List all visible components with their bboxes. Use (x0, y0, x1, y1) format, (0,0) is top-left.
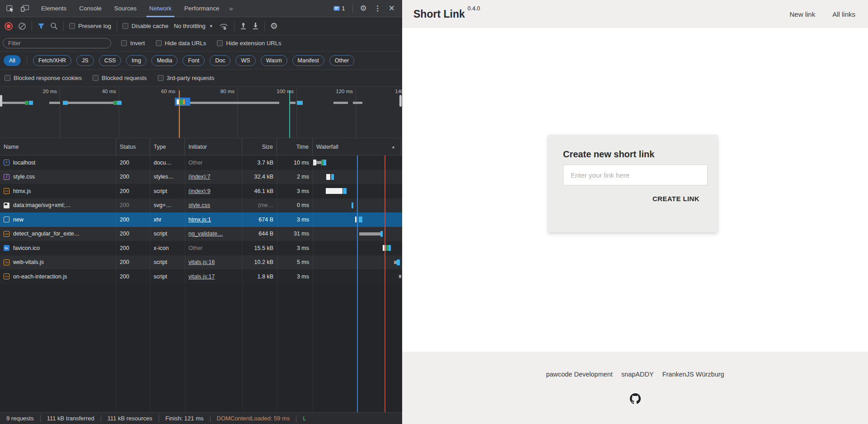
tab-console[interactable]: Console (73, 0, 108, 17)
waterfall-bar (359, 232, 380, 236)
request-row-favicon-ico[interactable]: SLfavicon.ico200x-iconOther15.5 kB3 ms (0, 241, 402, 255)
status-bar-item: 111 kB resources (101, 415, 159, 422)
cell-initiator: Other (185, 155, 242, 170)
clear-network-log-icon[interactable] (18, 22, 26, 30)
footer-link-pawcode-development[interactable]: pawcode Development (546, 371, 613, 378)
type-chip-media[interactable]: Media (151, 55, 178, 66)
footer-link-frankenjs-w-rzburg[interactable]: FrankenJS Würzburg (662, 371, 724, 378)
column-header-type[interactable]: Type (150, 138, 185, 155)
request-row-on-each-interaction-js[interactable]: <>on-each-interaction.js200scriptvitals.… (0, 269, 402, 284)
create-link-button[interactable]: CREATE LINK (652, 195, 699, 203)
type-chip-all[interactable]: All (4, 55, 21, 66)
timeline-tick-label: 120 ms (319, 89, 353, 94)
column-header-initiator[interactable]: Initiator (185, 138, 242, 155)
close-devtools-icon[interactable]: ✕ (389, 5, 395, 12)
checkbox[interactable] (121, 40, 127, 46)
request-row-localhost[interactable]: ≡localhost200docu…Other3.7 kB10 ms (0, 155, 402, 170)
network-conditions-icon[interactable] (219, 22, 229, 30)
link-url-input[interactable] (563, 165, 708, 185)
cell-status: 200 (116, 155, 150, 170)
tab-network[interactable]: Network (143, 0, 178, 17)
app-nav: New linkAll links (789, 10, 855, 18)
throttling-dropdown[interactable]: No throttling ▼ (174, 23, 213, 29)
timeline-tick-label: 140 ms (378, 89, 402, 94)
preserve-log-checkbox[interactable] (69, 23, 75, 29)
request-row-web-vitals-js[interactable]: <>web-vitals.js200scriptvitals.js:1610.2… (0, 255, 402, 270)
type-chip-wasm[interactable]: Wasm (261, 55, 287, 66)
issues-counter[interactable]: 1 (333, 5, 345, 12)
search-icon[interactable] (50, 22, 58, 30)
cell-time: 0 ms (277, 198, 313, 213)
type-chip-img[interactable]: Img (126, 55, 146, 66)
column-header-name[interactable]: Name (0, 138, 116, 155)
more-tabs-chevron-icon[interactable]: » (225, 5, 236, 12)
export-har-icon[interactable] (252, 22, 259, 30)
kebab-menu-icon[interactable]: ⋮ (374, 5, 381, 12)
request-row-new[interactable]: new200xhrhtmx.js:1674 B3 ms (0, 212, 402, 227)
initiator-link[interactable]: vitals.js:17 (188, 273, 215, 280)
tab-elements[interactable]: Elements (35, 0, 73, 17)
request-row-data-image-svg-xml-[interactable]: data:image/svg+xml;…200svg+…style.css(me… (0, 198, 402, 213)
type-chip-css[interactable]: CSS (99, 55, 122, 66)
request-row-htmx-js[interactable]: <>htmx.js200script(index):946.1 kB3 ms (0, 184, 402, 198)
initiator-link[interactable]: ng_validate… (188, 231, 223, 237)
network-overview-timeline[interactable]: 20 ms40 ms60 ms80 ms100 ms120 ms140 ms (0, 87, 402, 138)
preserve-log-label: Preserve log (78, 23, 111, 29)
timeline-tick-label: 40 ms (82, 89, 116, 94)
type-chip-manifest[interactable]: Manifest (292, 55, 324, 66)
type-chip-ws[interactable]: WS (235, 55, 255, 66)
initiator-link[interactable]: htmx.js:1 (188, 217, 211, 223)
record-network-log-button[interactable] (5, 22, 13, 30)
request-time: 3 ms (297, 273, 309, 280)
column-header-size[interactable]: Size (242, 138, 277, 155)
column-header-time[interactable]: Time (277, 138, 313, 155)
initiator-link[interactable]: (index):9 (188, 188, 211, 194)
column-header-status[interactable]: Status (116, 138, 150, 155)
status-code: 200 (120, 231, 129, 237)
initiator-link[interactable]: (index):7 (188, 174, 211, 180)
cell-type: x-icon (150, 241, 185, 255)
nav-link-new-link[interactable]: New link (789, 10, 815, 18)
nav-link-all-links[interactable]: All links (832, 10, 855, 18)
settings-gear-icon[interactable]: ⚙ (360, 5, 367, 12)
column-header-waterfall[interactable]: Waterfall▲ (313, 138, 401, 155)
checkbox[interactable] (158, 75, 164, 81)
network-settings-gear-icon[interactable]: ⚙ (270, 22, 278, 30)
device-toolbar-icon[interactable] (21, 5, 29, 12)
import-har-icon[interactable] (240, 22, 247, 30)
type-chip-font[interactable]: Font (183, 55, 205, 66)
tab-sources[interactable]: Sources (108, 0, 143, 17)
initiator-link[interactable]: style.css (188, 202, 210, 208)
timeline-gridline (237, 87, 238, 138)
checkbox[interactable] (217, 40, 223, 46)
timeline-left-grip[interactable] (0, 95, 2, 107)
checkbox[interactable] (5, 75, 10, 81)
cell-time: 31 ms (277, 227, 313, 241)
github-icon[interactable] (630, 393, 641, 404)
timeline-bar (290, 102, 296, 104)
disable-cache-checkbox[interactable] (122, 23, 128, 29)
request-row-detect-angular-for-exte-[interactable]: <>detect_angular_for_exte…200scriptng_va… (0, 227, 402, 241)
request-size: 1.8 kB (258, 273, 273, 280)
checkbox[interactable] (93, 75, 99, 81)
tab-performance[interactable]: Performance (178, 0, 225, 17)
initiator-link[interactable]: vitals.js:16 (188, 259, 215, 265)
type-chip-other[interactable]: Other (329, 55, 354, 66)
divider (27, 56, 27, 66)
timeline-right-grip[interactable] (399, 95, 402, 107)
type-chip-doc[interactable]: Doc (210, 55, 230, 66)
type-chip-fetch-xhr[interactable]: Fetch/XHR (33, 55, 71, 66)
create-link-card: Create new short link CREATE LINK (548, 135, 718, 232)
waterfall-bar (355, 217, 357, 222)
type-chip-js[interactable]: JS (76, 55, 94, 66)
request-name: data:image/svg+xml;… (13, 202, 70, 208)
network-filter-input[interactable] (3, 38, 111, 48)
filter-options: InvertHide data URLsHide extension URLs (121, 40, 281, 47)
waterfall-bar (326, 188, 343, 194)
checkbox[interactable] (156, 40, 162, 46)
filter-funnel-icon[interactable] (38, 23, 45, 29)
inspect-element-icon[interactable] (6, 5, 14, 12)
status-bar-item: DOMContentLoaded: 59 ms (211, 415, 297, 422)
footer-link-snapaddy[interactable]: snapADDY (621, 371, 654, 378)
request-row-style-css[interactable]: /style.css200styles…(index):732.4 kB2 ms (0, 170, 402, 184)
